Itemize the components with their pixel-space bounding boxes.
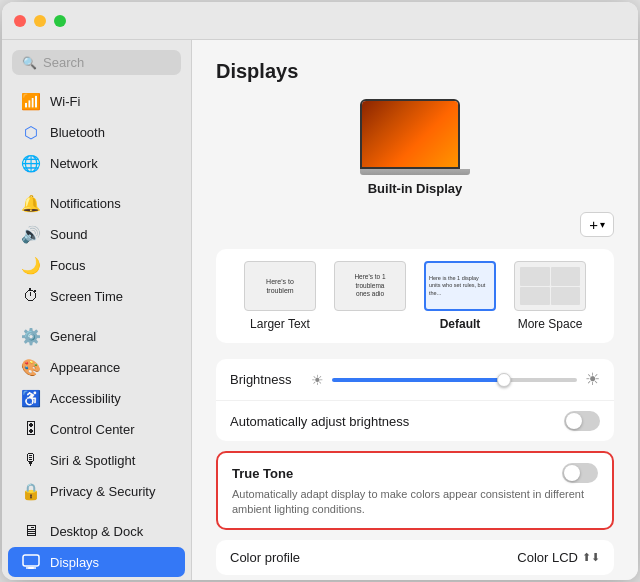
maximize-button[interactable] bbox=[54, 15, 66, 27]
sidebar-item-label: Displays bbox=[50, 555, 99, 570]
sidebar-item-appearance[interactable]: 🎨 Appearance bbox=[8, 352, 185, 382]
true-tone-label: True Tone bbox=[232, 466, 293, 481]
search-icon: 🔍 bbox=[22, 56, 37, 70]
sidebar-item-label: Desktop & Dock bbox=[50, 524, 143, 539]
sidebar-item-general[interactable]: ⚙️ General bbox=[8, 321, 185, 351]
res-label-larger-text: Larger Text bbox=[250, 317, 310, 331]
sidebar-item-displays[interactable]: Displays bbox=[8, 547, 185, 577]
sidebar-item-sound[interactable]: 🔊 Sound bbox=[8, 219, 185, 249]
auto-brightness-label: Automatically adjust brightness bbox=[230, 414, 409, 429]
sidebar-item-wifi[interactable]: 📶 Wi-Fi bbox=[8, 86, 185, 116]
sidebar-item-label: Appearance bbox=[50, 360, 120, 375]
sidebar-item-network[interactable]: 🌐 Network bbox=[8, 148, 185, 178]
toggle-knob bbox=[564, 465, 580, 481]
toggle-knob bbox=[566, 413, 582, 429]
res-option-larger-text[interactable]: Here's totroublem Larger Text bbox=[240, 261, 320, 331]
brightness-label: Brightness bbox=[230, 372, 291, 387]
res-option-more-space[interactable]: More Space bbox=[510, 261, 590, 331]
brightness-row: Brightness ☀ ☀ bbox=[216, 359, 614, 401]
res-option-larger2[interactable]: Here's to 1troublemaones adio bbox=[330, 261, 410, 331]
sidebar-item-label: Screen Time bbox=[50, 289, 123, 304]
color-profile-value: Color LCD bbox=[517, 550, 578, 565]
sidebar-item-focus[interactable]: 🌙 Focus bbox=[8, 250, 185, 280]
sidebar-item-label: Siri & Spotlight bbox=[50, 453, 135, 468]
auto-brightness-toggle[interactable] bbox=[564, 411, 600, 431]
sidebar-item-wallpaper[interactable]: 🖼 Wallpaper bbox=[8, 578, 185, 580]
laptop-screen bbox=[360, 99, 460, 169]
sidebar-item-label: Notifications bbox=[50, 196, 121, 211]
displays-icon bbox=[20, 551, 42, 573]
wifi-icon: 📶 bbox=[20, 90, 42, 112]
siri-icon: 🎙 bbox=[20, 449, 42, 471]
chevron-down-icon: ▾ bbox=[600, 219, 605, 230]
true-tone-section: True Tone Automatically adapt display to… bbox=[216, 451, 614, 530]
sidebar-item-control-center[interactable]: 🎛 Control Center bbox=[8, 414, 185, 444]
sidebar-item-bluetooth[interactable]: ⬡ Bluetooth bbox=[8, 117, 185, 147]
sound-icon: 🔊 bbox=[20, 223, 42, 245]
network-icon: 🌐 bbox=[20, 152, 42, 174]
titlebar bbox=[2, 2, 638, 40]
main-content: Displays Built-in Display + ▾ bbox=[192, 40, 638, 580]
brightness-section: Brightness ☀ ☀ Automatically adjust brig… bbox=[216, 359, 614, 441]
sidebar-section-network: 📶 Wi-Fi ⬡ Bluetooth 🌐 Network bbox=[2, 81, 191, 183]
color-profile-value-container: Color LCD ⬆⬇ bbox=[517, 550, 600, 565]
sidebar-item-label: Privacy & Security bbox=[50, 484, 155, 499]
screen-content bbox=[362, 101, 458, 167]
sidebar-item-label: Control Center bbox=[50, 422, 135, 437]
sidebar-section-system: ⚙️ General 🎨 Appearance ♿ Accessibility … bbox=[2, 316, 191, 511]
svg-rect-0 bbox=[23, 555, 39, 566]
brightness-slider[interactable] bbox=[332, 378, 577, 382]
resolution-selector: Here's totroublem Larger Text Here's to … bbox=[216, 249, 614, 343]
sidebar-item-label: Bluetooth bbox=[50, 125, 105, 140]
res-thumb-more-space bbox=[514, 261, 586, 311]
res-label-more-space: More Space bbox=[518, 317, 583, 331]
brightness-low-icon: ☀ bbox=[311, 372, 324, 388]
general-icon: ⚙️ bbox=[20, 325, 42, 347]
brightness-slider-container: ☀ ☀ bbox=[311, 369, 600, 390]
sidebar-item-label: General bbox=[50, 329, 96, 344]
true-tone-header: True Tone bbox=[232, 463, 598, 483]
content-area: 🔍 Search 📶 Wi-Fi ⬡ Bluetooth 🌐 Network bbox=[2, 40, 638, 580]
true-tone-content: True Tone Automatically adapt display to… bbox=[218, 453, 612, 528]
sidebar-item-desktop-dock[interactable]: 🖥 Desktop & Dock bbox=[8, 516, 185, 546]
sidebar-item-screen-time[interactable]: ⏱ Screen Time bbox=[8, 281, 185, 311]
sidebar-item-label: Sound bbox=[50, 227, 88, 242]
close-button[interactable] bbox=[14, 15, 26, 27]
laptop-base bbox=[360, 169, 470, 175]
res-label-default: Default bbox=[440, 317, 481, 331]
res-option-default[interactable]: Here is the 1 display units who set rule… bbox=[420, 261, 500, 331]
page-title: Displays bbox=[216, 60, 614, 83]
main-window: 🔍 Search 📶 Wi-Fi ⬡ Bluetooth 🌐 Network bbox=[2, 2, 638, 580]
sidebar-item-notifications[interactable]: 🔔 Notifications bbox=[8, 188, 185, 218]
color-profile-row: Color profile Color LCD ⬆⬇ bbox=[216, 540, 614, 575]
display-name: Built-in Display bbox=[368, 181, 463, 196]
sidebar-item-label: Wi-Fi bbox=[50, 94, 80, 109]
search-placeholder: Search bbox=[43, 55, 84, 70]
sidebar-item-accessibility[interactable]: ♿ Accessibility bbox=[8, 383, 185, 413]
focus-icon: 🌙 bbox=[20, 254, 42, 276]
display-preview: Built-in Display bbox=[216, 99, 614, 196]
sidebar-section-display: 🖥 Desktop & Dock Displays 🖼 W bbox=[2, 511, 191, 580]
sidebar-section-notifications: 🔔 Notifications 🔊 Sound 🌙 Focus ⏱ Screen… bbox=[2, 183, 191, 316]
sidebar-item-label: Network bbox=[50, 156, 98, 171]
plus-icon: + bbox=[589, 216, 598, 233]
sidebar-item-privacy[interactable]: 🔒 Privacy & Security bbox=[8, 476, 185, 506]
notifications-icon: 🔔 bbox=[20, 192, 42, 214]
true-tone-toggle[interactable] bbox=[562, 463, 598, 483]
add-display-button[interactable]: + ▾ bbox=[580, 212, 614, 237]
accessibility-icon: ♿ bbox=[20, 387, 42, 409]
sidebar-item-label: Focus bbox=[50, 258, 85, 273]
sidebar-item-siri[interactable]: 🎙 Siri & Spotlight bbox=[8, 445, 185, 475]
desktop-dock-icon: 🖥 bbox=[20, 520, 42, 542]
res-thumb-larger-text: Here's totroublem bbox=[244, 261, 316, 311]
screen-time-icon: ⏱ bbox=[20, 285, 42, 307]
color-profile-label: Color profile bbox=[230, 550, 300, 565]
true-tone-description: Automatically adapt display to make colo… bbox=[232, 487, 598, 518]
sidebar-item-label: Accessibility bbox=[50, 391, 121, 406]
privacy-icon: 🔒 bbox=[20, 480, 42, 502]
auto-brightness-row: Automatically adjust brightness bbox=[216, 401, 614, 441]
search-box[interactable]: 🔍 Search bbox=[12, 50, 181, 75]
res-thumb-default: Here is the 1 display units who set rule… bbox=[424, 261, 496, 311]
slider-thumb bbox=[497, 373, 511, 387]
minimize-button[interactable] bbox=[34, 15, 46, 27]
